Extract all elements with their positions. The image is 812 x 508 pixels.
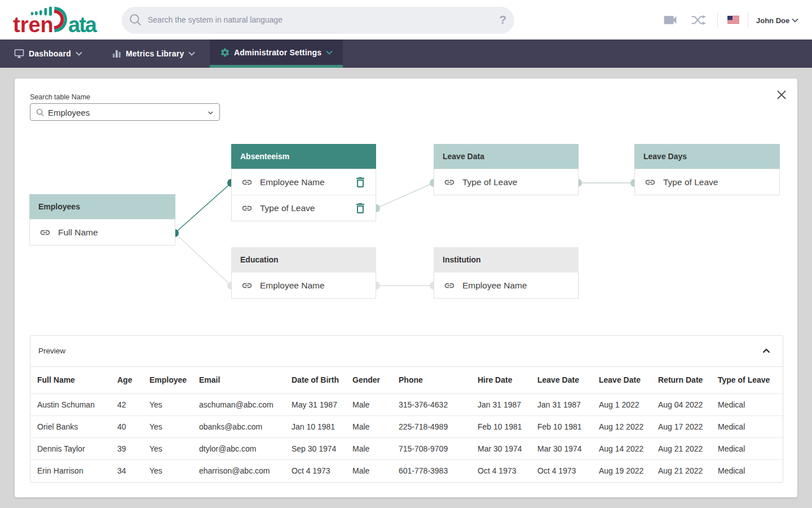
svg-text:tren: tren bbox=[13, 13, 54, 37]
svg-text:ata: ata bbox=[68, 13, 98, 37]
